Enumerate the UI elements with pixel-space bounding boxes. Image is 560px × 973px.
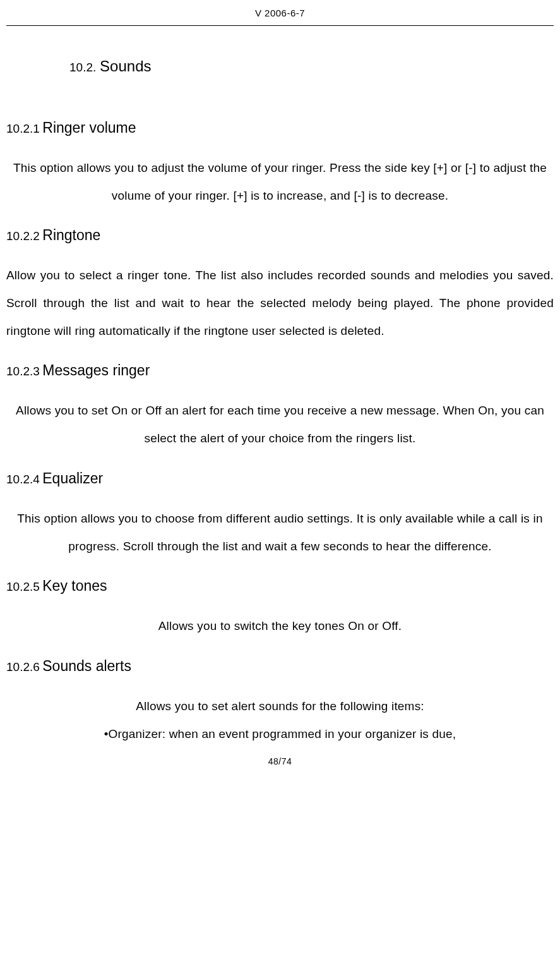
subheading-number: 10.2.2 [6,229,40,243]
heading-title: Sounds [100,57,151,75]
heading-10-2-4: 10.2.4 Equalizer [6,470,554,487]
body-10-2-6-line2: •Organizer: when an event programmed in … [6,720,554,748]
page-header: V 2006-6-7 [6,8,554,26]
heading-10-2-3: 10.2.3 Messages ringer [6,362,554,379]
body-10-2-2: Allow you to select a ringer tone. The l… [6,262,554,344]
heading-10-2-2: 10.2.2 Ringtone [6,227,554,244]
page-number: 48/74 [268,756,292,766]
body-10-2-5: Allows you to switch the key tones On or… [6,612,554,640]
subheading-number: 10.2.3 [6,365,40,378]
heading-10-2-6: 10.2.6 Sounds alerts [6,658,554,675]
heading-10-2-1: 10.2.1 Ringer volume [6,119,554,136]
heading-10-2: 10.2. Sounds [69,57,554,75]
page-footer: 48/74 [6,756,554,766]
heading-number: 10.2. [69,61,96,74]
body-10-2-4: This option allows you to choose from di… [6,505,554,560]
body-10-2-3: Allows you to set On or Off an alert for… [6,397,554,452]
subheading-number: 10.2.1 [6,122,40,135]
subheading-title: Ringer volume [42,119,136,136]
subheading-number: 10.2.4 [6,473,40,486]
heading-10-2-5: 10.2.5 Key tones [6,577,554,595]
subheading-title: Key tones [42,577,107,594]
body-10-2-6-line1: Allows you to set alert sounds for the f… [6,692,554,720]
subheading-title: Messages ringer [42,362,150,378]
subheading-title: Equalizer [42,470,103,486]
subheading-number: 10.2.5 [6,580,40,593]
body-10-2-1: This option allows you to adjust the vol… [6,154,554,209]
version-label: V 2006-6-7 [255,8,305,18]
subheading-number: 10.2.6 [6,660,40,674]
subheading-title: Sounds alerts [42,658,131,674]
subheading-title: Ringtone [42,227,100,243]
document-page: V 2006-6-7 10.2. Sounds 10.2.1 Ringer vo… [0,0,560,766]
